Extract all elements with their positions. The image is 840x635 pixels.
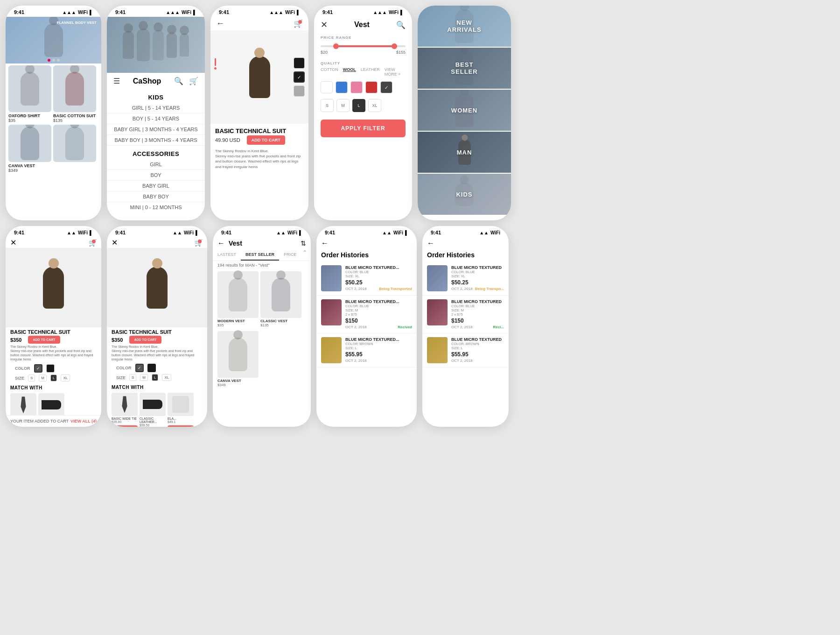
order-info-3: BLUE MICRO TEXTURED... COLOR: BROWN SIZE… [345,337,412,363]
color-swatch-7a[interactable]: ✓ [135,364,144,372]
quality-wool[interactable]: WOOL [343,67,356,77]
color-swatch-grey[interactable] [294,85,305,97]
close-icon[interactable]: ✕ [112,238,118,247]
size-m[interactable]: M [336,99,350,112]
size-s[interactable]: S [321,99,334,112]
menu-item-acc-baby-boy[interactable]: BABY BOY [107,191,205,202]
product-price-6: $350 [10,337,21,343]
match-image-shoe [140,393,166,416]
size-xl[interactable]: XL [368,99,381,112]
menu-item-acc-baby-girl[interactable]: BABY GIRL [107,181,205,191]
tab-best-seller[interactable]: BEST SELLER [241,249,279,261]
category-label: KIDS [456,191,472,198]
close-icon[interactable]: ✕ [10,238,16,247]
category-tile-best-seller[interactable]: BEST SELLER [418,48,511,89]
menu-item-baby-girl[interactable]: BABY GIRL | 3 MONTHS - 4 YEARS [107,124,205,135]
size-m[interactable]: M [140,374,148,381]
tab-latest[interactable]: LASTEST [213,249,241,261]
match-item-extra[interactable]: ELA... $49.1 ADD [168,393,194,427]
tab-price[interactable]: PRICE [279,249,301,261]
color-red[interactable] [365,81,378,93]
color-swatch-1[interactable]: ✓ [34,364,42,373]
filter-icon[interactable]: ⇅ [301,240,306,247]
category-tile-women[interactable]: WOMEN [418,90,511,131]
color-row-7: COLOR ✓ [112,363,203,373]
result-item-1[interactable]: MODERN VEST $35 [217,271,259,327]
dot-3[interactable] [57,59,60,62]
size-s[interactable]: S [129,374,136,381]
match-grid-7: BASIC WIDE TIE $35.90 ADD TO CART CLASSI… [107,391,207,427]
dot-1[interactable] [48,59,50,62]
cart-icon[interactable]: 🛒 [189,77,198,85]
search-icon[interactable]: 🔍 [396,21,406,29]
result-item-2[interactable]: CLASSIC VEST $135 [260,271,301,327]
size-xl[interactable]: XL [162,374,171,381]
match-item-shoe[interactable]: CLASSIC LEATHER... $99.50 ADD TO CART [140,393,166,427]
category-tile-new-arrivals[interactable]: NEW ARRIVALS [418,6,511,47]
match-add-btn-extra[interactable]: ADD [168,425,194,427]
menu-item-mini[interactable]: MINI | 0 - 12 MONTHS [107,202,205,212]
size-xl[interactable]: XL [61,374,70,381]
results-grid-2: CANVA VEST $349 [213,329,311,389]
price-thumb-max[interactable] [392,43,397,49]
color-label-6: COLOR [15,366,30,371]
add-to-cart-button-7[interactable]: ADD TO CART [129,336,161,344]
price-thumb-min[interactable] [333,43,339,49]
color-swatch-dark[interactable] [294,57,305,69]
size-m[interactable]: M [39,374,47,381]
status-bar-6: 9:41 ▲▲ WiFi ▌ [6,226,101,237]
menu-item-acc-girl[interactable]: GIRL [107,159,205,170]
menu-item-baby-boy[interactable]: BABY BOY | 3 MONTHS - 4 YEARS [107,135,205,146]
cart-wrapper-7: 🛒 [195,239,203,247]
back-arrow-icon[interactable]: ← [321,239,329,247]
order-title-10: Order Histories [422,249,509,261]
menu-item-girl[interactable]: GIRL | 5 - 14 YEARS [107,103,205,113]
close-icon[interactable]: ✕ [321,20,328,30]
size-l[interactable]: L [152,374,158,381]
size-l[interactable]: L [352,99,365,112]
category-tile-kids[interactable]: KIDS [418,174,511,215]
color-dark-selected[interactable] [380,81,392,93]
back-arrow-icon[interactable]: ← [216,19,224,28]
hamburger-icon[interactable]: ☰ [113,77,120,85]
sort-icon[interactable]: ⌃ [302,249,307,261]
size-l[interactable]: L [50,374,57,381]
view-all-link-6[interactable]: VIEW ALL (4) [70,419,97,423]
category-tile-man[interactable]: MAN [418,132,511,173]
color-pink[interactable] [350,81,363,93]
color-swatch-2[interactable] [46,364,55,373]
match-add-btn-tie[interactable]: ADD TO CART [112,425,138,427]
search-icon[interactable]: 🔍 [174,77,183,85]
quality-cotton[interactable]: COTTON [321,67,338,77]
apply-filter-button[interactable]: APPLY FILTER [321,120,406,137]
dot-2[interactable] [52,59,55,62]
product-image-6 [6,248,101,327]
list-item[interactable]: OXFORD SHIRT $35 [8,65,51,123]
back-arrow-icon[interactable]: ← [427,239,434,247]
order-date-1: OCT 2, 2018 [345,287,367,291]
color-white[interactable] [321,81,333,93]
size-s[interactable]: S [28,374,35,381]
list-item[interactable] [53,125,96,173]
list-item[interactable]: BASIC COTTON SUIT $135 [53,65,96,123]
add-to-cart-button[interactable]: ADD TO CART [247,135,285,145]
quality-leather[interactable]: LEATHER [361,67,380,77]
quality-view-more[interactable]: VIEW MORE + [385,67,406,77]
color-blue[interactable] [336,81,348,93]
order-date-10-1: OCT 2, 2018 [451,287,473,291]
wifi-icon: WiFi [490,230,500,235]
match-item-tie[interactable]: BASIC WIDE TIE $35.90 ADD TO CART [112,393,138,427]
menu-item-acc-boy[interactable]: BOY [107,170,205,181]
order-status-2: Recived [398,325,412,329]
color-swatch-dark-selected[interactable] [294,71,305,83]
add-to-cart-button-6[interactable]: ADD TO CART [28,336,60,344]
wifi-icon: WiFi [182,10,191,15]
time-7: 9:41 [115,230,126,235]
list-item[interactable]: CANVA VEST $349 [8,125,51,173]
back-arrow-icon[interactable]: ← [217,239,225,247]
result-item-3[interactable]: CANVA VEST $349 [217,331,259,387]
tie-figure [121,396,128,413]
extra-figure [172,396,189,413]
menu-item-boy[interactable]: BOY | 5 - 14 YEARS [107,113,205,124]
color-swatch-7b[interactable] [147,364,156,372]
